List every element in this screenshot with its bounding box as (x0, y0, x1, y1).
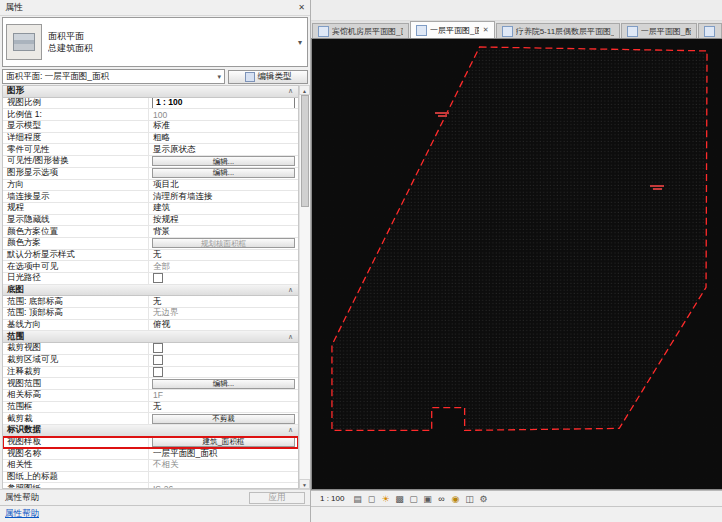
view-tab-label: 疗养院5-11层偶数层平面图_面积 (516, 26, 614, 37)
property-button[interactable]: 编辑... (152, 168, 295, 178)
type-family-label: 面积平面 (48, 30, 93, 42)
edit-type-button[interactable]: 编辑类型 (228, 70, 308, 84)
property-value[interactable]: 标准 (149, 121, 298, 132)
property-value[interactable]: 显示原状态 (149, 144, 298, 155)
property-value[interactable]: 1F (149, 390, 298, 401)
view-tab[interactable]: 一层平面图_面积✕ (410, 21, 495, 38)
area-tag[interactable] (435, 112, 449, 117)
view-tab[interactable] (698, 23, 722, 38)
property-value[interactable]: 清理所有墙连接 (149, 191, 298, 202)
property-value[interactable]: 俯视 (149, 320, 298, 331)
property-value[interactable]: 无边界 (149, 308, 298, 319)
view-scale-control[interactable]: 1 : 100 (316, 493, 348, 504)
property-text: 无 (152, 296, 162, 307)
property-value[interactable]: 无 (149, 296, 298, 307)
property-value[interactable] (149, 273, 298, 284)
property-value[interactable]: 粗略 (149, 133, 298, 144)
property-value[interactable]: 无 (149, 250, 298, 261)
property-button[interactable]: 不剪裁 (152, 414, 295, 424)
property-value[interactable]: 建筑 (149, 203, 298, 214)
drawing-area: 宾馆机房层平面图_面积一层平面图_面积✕疗养院5-11层偶数层平面图_面积一层平… (311, 0, 722, 522)
property-value[interactable]: 100 (149, 109, 298, 120)
collapse-icon[interactable]: ∧ (288, 286, 293, 294)
property-value[interactable]: 不剪裁 (149, 413, 298, 424)
scrollbar-thumb[interactable] (301, 95, 309, 207)
chevron-down-icon: ▾ (217, 73, 221, 81)
show-crop-region-icon[interactable]: ▣ (421, 493, 433, 505)
visual-style-icon[interactable]: ◻ (365, 493, 377, 505)
section-header[interactable]: 底图∧ (3, 285, 298, 297)
app-status-bar: 属性帮助 (0, 505, 310, 522)
property-value[interactable]: 项目北 (149, 180, 298, 191)
property-label: 可见性/图形替换 (3, 156, 149, 167)
property-value[interactable]: 规划核面积框 (149, 238, 298, 249)
property-button[interactable]: 编辑... (152, 379, 295, 389)
tab-close-icon[interactable]: ✕ (483, 26, 489, 34)
property-value[interactable]: 编辑... (149, 156, 298, 167)
chevron-down-icon[interactable]: ▾ (298, 38, 304, 47)
view-tab-label: 一层平面图_配色 (641, 26, 691, 37)
temporary-view-properties-icon[interactable]: ◫ (463, 493, 475, 505)
crop-view-icon[interactable]: ▢ (407, 493, 419, 505)
property-row: 注释裁剪 (3, 367, 298, 379)
property-value[interactable]: 不相关 (149, 460, 298, 471)
checkbox[interactable] (153, 343, 163, 353)
close-icon[interactable]: ✕ (298, 3, 305, 12)
checkbox[interactable] (153, 355, 163, 365)
section-title: 图形 (7, 85, 24, 97)
view-tab-label: 宾馆机房层平面图_面积 (332, 26, 403, 37)
view-control-bar: 1 : 100 ▤◻☀▩▢▣∞◉◫⚙ (311, 490, 722, 506)
property-value[interactable]: 背景 (149, 226, 298, 237)
checkbox[interactable] (153, 367, 163, 377)
area-boundary-polygon[interactable] (332, 47, 707, 430)
view-tab[interactable]: 疗养院5-11层偶数层平面图_面积 (496, 23, 620, 38)
collapse-icon[interactable]: ∧ (288, 426, 293, 434)
view-tab[interactable]: 宾馆机房层平面图_面积 (312, 23, 409, 38)
view-tab[interactable]: 一层平面图_配色 (621, 23, 697, 38)
property-value[interactable]: 全部 (149, 261, 298, 272)
property-row: 颜色方案位置背景 (3, 226, 298, 238)
property-value[interactable]: 建筑_面积框 (149, 437, 298, 448)
temporary-hide-isolate-icon[interactable]: ∞ (435, 493, 447, 505)
collapse-icon[interactable]: ∧ (288, 333, 293, 341)
scrollbar-track[interactable] (299, 95, 310, 479)
property-value[interactable]: 1 : 100 (149, 98, 298, 109)
property-row: 显示隐藏线按规程 (3, 215, 298, 227)
type-selector[interactable]: 面积平面 总建筑面积 ▾ (2, 17, 308, 67)
section-header[interactable]: 图形∧ (3, 86, 298, 98)
properties-scrollbar[interactable]: ▲ ▼ (299, 85, 310, 489)
property-value[interactable] (149, 355, 298, 366)
detail-level-icon[interactable]: ▤ (351, 493, 363, 505)
property-value[interactable]: 无 (149, 402, 298, 413)
sun-path-icon[interactable]: ☀ (379, 493, 391, 505)
section-header[interactable]: 标识数据∧ (3, 425, 298, 437)
area-tag[interactable] (650, 185, 664, 190)
property-row: 在选项中可见全部 (3, 261, 298, 273)
property-button[interactable]: 编辑... (152, 156, 295, 166)
drawing-canvas[interactable] (311, 38, 722, 490)
checkbox[interactable] (153, 273, 163, 283)
property-value[interactable]: 编辑... (149, 378, 298, 389)
property-value[interactable] (149, 367, 298, 378)
scroll-down-icon[interactable]: ▼ (299, 479, 310, 489)
property-text: 粗略 (152, 133, 170, 144)
reveal-hidden-elements-icon[interactable]: ◉ (449, 493, 461, 505)
property-button[interactable]: 规划核面积框 (152, 238, 295, 248)
property-value[interactable]: 一层平面图_面积 (149, 448, 298, 459)
property-value[interactable]: 按规程 (149, 215, 298, 226)
property-value[interactable]: 编辑... (149, 168, 298, 179)
shadows-icon[interactable]: ▩ (393, 493, 405, 505)
collapse-icon[interactable]: ∧ (288, 87, 293, 95)
property-combobox[interactable]: 1 : 100 (152, 98, 295, 109)
property-label: 视图样板 (3, 437, 149, 448)
reveal-constraints-icon[interactable]: ⚙ (477, 493, 489, 505)
property-value[interactable] (149, 472, 298, 483)
section-header[interactable]: 范围∧ (3, 331, 298, 343)
scroll-up-icon[interactable]: ▲ (299, 85, 310, 95)
property-label: 范围: 顶部标高 (3, 308, 149, 319)
property-button[interactable]: 建筑_面积框 (152, 437, 295, 447)
apply-button[interactable]: 应用 (249, 492, 305, 504)
property-value[interactable] (149, 343, 298, 354)
view-filter-combobox[interactable]: 面积平面: 一层平面图_面积 ▾ (2, 69, 225, 84)
status-help-link[interactable]: 属性帮助 (5, 508, 39, 520)
